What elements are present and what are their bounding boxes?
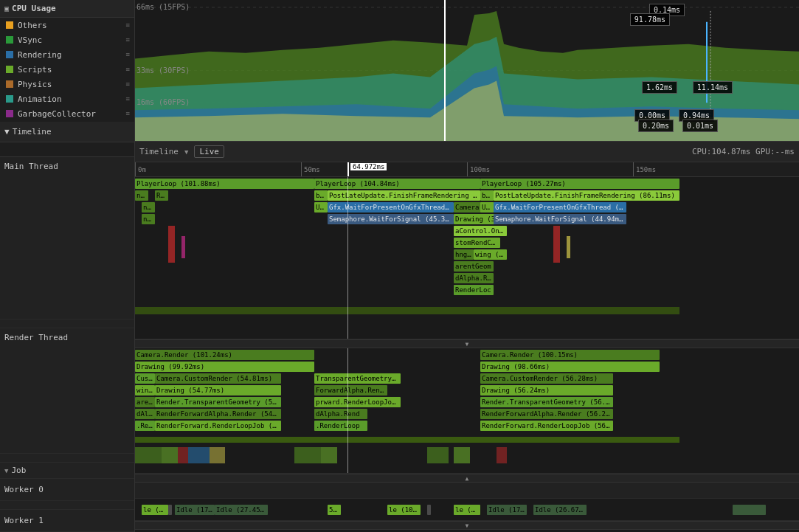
tbar-yellow-block-2 bbox=[567, 236, 570, 258]
cpu-chart-svg bbox=[135, 0, 799, 141]
timeline-dropdown-icon[interactable]: ▼ bbox=[184, 148, 188, 156]
tbar-arentgeom-main[interactable]: arentGeom bbox=[454, 261, 494, 272]
scroll-indicator-2[interactable]: ▲ bbox=[135, 474, 799, 483]
scroll-spacer-1 bbox=[0, 319, 134, 328]
tbar-acontrol[interactable]: aControl.OnPostRender() (29. bbox=[454, 226, 507, 236]
rbar-renderforwardalpha-2[interactable]: RenderForwardAlpha.Render (56.22ms) bbox=[480, 409, 613, 419]
ruler-label-150: 150ms bbox=[636, 166, 656, 173]
legend-label-gc: GarbageCollector bbox=[18, 109, 126, 119]
job-section-label[interactable]: ▼ Job bbox=[0, 463, 134, 479]
rbar-renderloopjob-1[interactable]: prward.RenderLoopJob (2arentGeom bbox=[314, 397, 401, 407]
legend-item-gc[interactable]: GarbageCollector ≡ bbox=[0, 106, 134, 121]
tbar-bhavr[interactable]: bhavr bbox=[480, 190, 494, 201]
live-badge[interactable]: Live bbox=[194, 145, 224, 158]
tbar-gfxwait-1[interactable]: Gfx.WaitForPresentOnGfxThread (45.39ms) bbox=[328, 202, 454, 213]
tbar-render-1[interactable]: Render (2) bbox=[155, 190, 168, 201]
tbar-red-block-1 bbox=[168, 226, 175, 263]
ruler-tick-150: 150ms bbox=[633, 162, 656, 176]
rbar-forwardalpha[interactable]: ForwardAlpha.Render (13.07ms) bbox=[314, 385, 387, 395]
timeline-collapse-icon[interactable]: ▼ bbox=[4, 127, 10, 137]
tbar-renderloc[interactable]: RenderLoc bbox=[454, 285, 494, 295]
rbar-camcustom-2[interactable]: Camera.CustomRender (56.28ms) bbox=[480, 373, 613, 384]
rbar-renderforward-1[interactable]: RenderForward.RenderLoopJob (54.74ms) bbox=[155, 421, 281, 431]
legend-item-animation[interactable]: Animation ≡ bbox=[0, 91, 134, 106]
rbar-drawing-1[interactable]: Drawing (99.92ms) bbox=[135, 362, 314, 372]
tbar-wing[interactable]: wing (13.28ms) bbox=[474, 249, 507, 260]
cpu-icon: ▣ bbox=[4, 4, 9, 13]
timeline-ruler[interactable]: 0m 50ms 100ms 150ms 64.972ms bbox=[135, 162, 799, 177]
legend-item-vsync[interactable]: VSync ≡ bbox=[0, 32, 134, 47]
tbar-pink-block-1 bbox=[181, 236, 185, 258]
main-thread-label: Main Thread bbox=[4, 162, 58, 171]
tbar-playerloop-3[interactable]: PlayerLoop (105.27ms) bbox=[480, 179, 679, 189]
rbar-rdrawing-1[interactable]: Drawing (54.77ms) bbox=[155, 385, 281, 395]
w0bar-le-1[interactable]: le (7.98ms) bbox=[142, 505, 168, 515]
tbar-dalpha-main[interactable]: dAlpha.Rer bbox=[454, 273, 494, 283]
legend-menu-vsync: ≡ bbox=[126, 36, 130, 44]
rbar-rdrawing-2[interactable]: Drawing (56.24ms) bbox=[480, 385, 613, 395]
rbar-camera-2[interactable]: Camera.Render (100.15ms) bbox=[480, 350, 660, 360]
tbar-semaphore-1[interactable]: Semaphore.WaitForSignal (45.39ms) bbox=[328, 214, 454, 224]
rbar-transparentgeo[interactable]: TransparentGeometry (25ustomRender bbox=[314, 373, 401, 384]
rbar-dalpha-1[interactable]: dAlpha.Rend bbox=[135, 409, 155, 419]
tbar-finishframe-1[interactable]: nishFrameR bbox=[135, 190, 148, 201]
legend-item-others[interactable]: Others ≡ bbox=[0, 18, 134, 32]
legend-menu-scripts: ≡ bbox=[126, 66, 130, 73]
legend-item-physics[interactable]: Physics ≡ bbox=[0, 77, 134, 91]
scroll-spacer-2 bbox=[0, 454, 134, 463]
scroll-indicator-1[interactable]: ▼ bbox=[135, 339, 799, 348]
tbar-hng[interactable]: hng (6.3 bbox=[454, 249, 474, 260]
tbar-postlate-1[interactable]: PostLateUpdate.FinishFrameRendering (85.… bbox=[328, 190, 480, 201]
w0bar-idle-5[interactable] bbox=[733, 505, 766, 515]
legend-color-scripts bbox=[6, 66, 13, 73]
tbar-update-1[interactable]: Update bbox=[314, 202, 328, 213]
job-collapse-icon[interactable]: ▼ bbox=[4, 467, 8, 474]
tbar-green-bottom-1 bbox=[135, 307, 314, 314]
tbar-semaphore-2[interactable]: Semaphore.WaitForSignal (44.94ms) bbox=[494, 214, 626, 224]
tbar-ng-1[interactable]: ng (36.4) bbox=[142, 202, 155, 213]
tbar-npostr[interactable]: nPostRe bbox=[142, 214, 155, 224]
tbar-playerloop-2[interactable]: PlayerLoop (104.84ms) bbox=[314, 179, 480, 189]
legend-label-physics: Physics bbox=[18, 80, 126, 89]
tracks-area[interactable]: PlayerLoop (101.88ms) PlayerLoop (104.84… bbox=[135, 177, 799, 532]
rbar-rendertransgeo-1[interactable]: Render.TransparentGeometry (54.75ms) bbox=[155, 397, 281, 407]
rbar-dalpha-2[interactable]: dAlpha.Rend bbox=[314, 409, 367, 419]
tbar-gfxwait-2[interactable]: Gfx.WaitForPresentOnGfxThread (44.94ms) bbox=[494, 202, 626, 213]
rbar-customrender-1[interactable]: CustomRend bbox=[135, 373, 155, 384]
tbar-playerloop-1[interactable]: PlayerLoop (101.88ms) bbox=[135, 179, 314, 189]
rbar-rendertransgeo-2[interactable]: Render.TransparentGeometry (56.22ms) bbox=[480, 397, 613, 407]
rbar-renderforwardalpha-1[interactable]: RenderForwardAlpha.Render (54.73ms) bbox=[155, 409, 281, 419]
scroll-indicator-3[interactable]: ▼ bbox=[135, 521, 799, 530]
tbar-green-bottom-2 bbox=[314, 307, 480, 314]
tbar-stom[interactable]: stomRendCustomRender ( bbox=[454, 238, 500, 248]
timeline-label: Timeline bbox=[139, 147, 179, 156]
tbar-postlate-2[interactable]: PostLateUpdate.FinishFrameRendering (86.… bbox=[494, 190, 679, 201]
sidebar-timeline-section: ▼ Timeline bbox=[0, 122, 134, 142]
rbar-arentgeom-1[interactable]: arentGeom bbox=[135, 397, 155, 407]
rbar-camera-1[interactable]: Camera.Render (101.24ms) bbox=[135, 350, 314, 360]
w0bar-le-2[interactable]: le (10.64ms) bbox=[387, 505, 421, 515]
cpu-gpu-info: CPU:104.87ms GPU:--ms bbox=[692, 147, 795, 156]
rbar-renderforward-2[interactable]: RenderForward.RenderLoopJob (56.21ms) bbox=[480, 421, 613, 431]
w0bar-le-3[interactable]: le (9.68ms) bbox=[454, 505, 480, 515]
render-thread-label: Render Thread bbox=[4, 333, 68, 342]
legend-item-rendering[interactable]: Rendering ≡ bbox=[0, 47, 134, 62]
w0bar-5.64[interactable]: 5.64 bbox=[328, 505, 341, 515]
legend-menu-animation: ≡ bbox=[126, 95, 130, 103]
rbar-renderloop-1[interactable]: .RenderLoop bbox=[135, 421, 155, 431]
w0bar-idle-1[interactable]: Idle (17.41ms) bbox=[175, 505, 215, 515]
legend-color-gc bbox=[6, 110, 13, 117]
w0bar-idle-3[interactable]: Idle (17.52ms) bbox=[487, 505, 527, 515]
rbar-wing-1[interactable]: wing (12.88 bbox=[135, 385, 155, 395]
render-thread-label-cell: Render Thread bbox=[0, 328, 134, 454]
legend-items: Others ≡ VSync ≡ Rendering ≡ Scripts ≡ P… bbox=[0, 18, 134, 122]
rbar-renderloop-2[interactable]: .RenderLoop bbox=[314, 421, 367, 431]
w0bar-idle-4[interactable]: Idle (26.67ms) bbox=[533, 505, 587, 515]
tbar-behavior[interactable]: behavior. bbox=[314, 190, 328, 201]
rbar-camcustom-1[interactable]: Camera.CustomRender (54.81ms) bbox=[155, 373, 281, 384]
w0bar-idle-2[interactable]: Idle (27.45ms) bbox=[215, 505, 268, 515]
legend-item-scripts[interactable]: Scripts ≡ bbox=[0, 62, 134, 77]
rbar-drawing-2[interactable]: Drawing (98.66ms) bbox=[480, 362, 660, 372]
tbar-update-2[interactable]: Update bbox=[480, 202, 494, 213]
sidebar-timeline-label: Timeline bbox=[13, 127, 52, 137]
